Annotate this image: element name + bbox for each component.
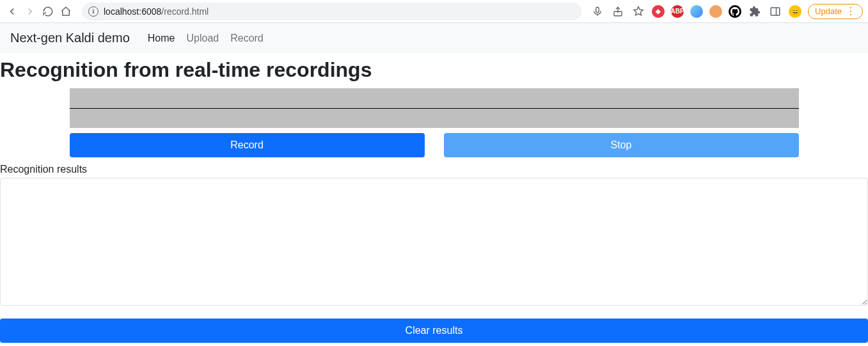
extension-icon-3[interactable]: [709, 5, 722, 18]
nav-link-record[interactable]: Record: [230, 33, 264, 44]
svg-rect-2: [771, 8, 780, 15]
stop-button[interactable]: Stop: [444, 133, 799, 157]
nav-link-upload[interactable]: Upload: [186, 33, 219, 44]
microphone-icon[interactable]: [590, 4, 604, 19]
browser-toolbar: i localhost:6008/record.html ◆ ABP 😄 Upd…: [0, 0, 868, 23]
extensions-puzzle-icon[interactable]: [748, 4, 762, 19]
reload-button[interactable]: [41, 4, 55, 19]
update-button[interactable]: Update ⋮: [808, 4, 863, 19]
toolbar-right: ◆ ABP 😄 Update ⋮: [590, 4, 863, 19]
svg-rect-0: [596, 7, 599, 12]
bookmark-star-icon[interactable]: [631, 4, 645, 19]
menu-dots-icon: ⋮: [846, 6, 856, 17]
clear-results-button[interactable]: Clear results: [0, 318, 868, 343]
record-button[interactable]: Record: [70, 133, 425, 157]
profile-avatar-icon[interactable]: 😄: [789, 5, 801, 18]
nav-link-home[interactable]: Home: [148, 33, 175, 44]
page-title: Recognition from real-time recordings: [0, 53, 868, 88]
address-bar[interactable]: i localhost:6008/record.html: [82, 3, 581, 20]
navbar: Next-gen Kaldi demo Home Upload Record: [0, 23, 868, 53]
waveform-baseline: [70, 108, 799, 109]
site-info-icon[interactable]: i: [88, 6, 99, 17]
results-label: Recognition results: [0, 164, 868, 175]
home-button[interactable]: [59, 4, 73, 19]
panel-icon[interactable]: [768, 4, 782, 19]
navbar-brand[interactable]: Next-gen Kaldi demo: [10, 31, 130, 45]
url-text: localhost:6008/record.html: [104, 6, 209, 17]
extension-icon-1[interactable]: ◆: [652, 5, 665, 18]
forward-button[interactable]: [23, 4, 37, 19]
share-icon[interactable]: [611, 4, 625, 19]
adblock-icon[interactable]: ABP: [671, 5, 684, 18]
control-buttons: Record Stop: [70, 133, 799, 157]
extension-icon-2[interactable]: [690, 5, 703, 18]
back-button[interactable]: [5, 4, 19, 19]
github-icon[interactable]: [729, 5, 741, 18]
results-textarea[interactable]: [0, 178, 868, 306]
update-label: Update: [815, 6, 842, 16]
waveform-display: [70, 88, 799, 128]
